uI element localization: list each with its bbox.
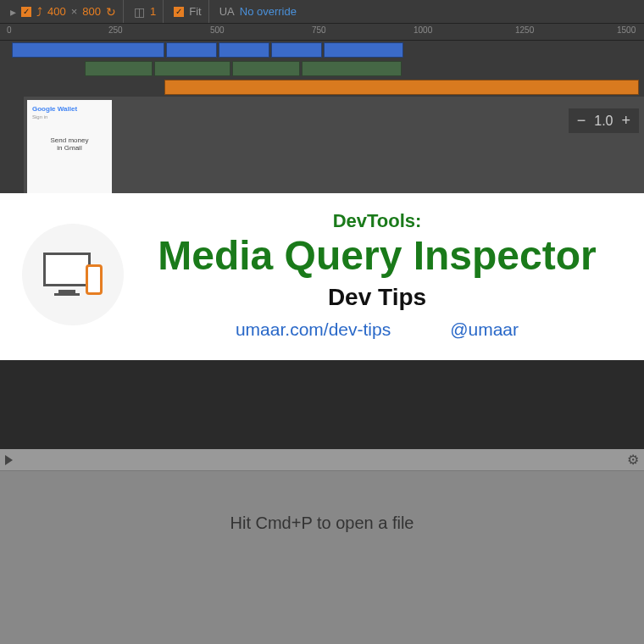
gear-icon[interactable]: ⚙ (627, 452, 639, 468)
play-icon[interactable] (5, 455, 13, 465)
zoom-out-button[interactable]: − (577, 112, 586, 130)
ruler-tick: 1500 (617, 25, 636, 35)
open-file-hint: Hit Cmd+P to open a file (0, 514, 644, 533)
media-query-bar[interactable] (85, 61, 153, 76)
scale-input[interactable]: 1 (150, 5, 156, 18)
media-query-bar[interactable] (271, 42, 322, 58)
ruler-tick: 750 (312, 25, 326, 35)
horizontal-ruler: 0 250 500 750 1000 1250 1500 (0, 24, 644, 41)
media-query-bar[interactable] (219, 42, 269, 58)
ruler-tick: 500 (210, 25, 225, 35)
zoom-controls: − 1.0 + (569, 108, 639, 133)
device-toolbar: ▸ ⤴ 400 × 800 ↻ ◫ 1 Fit UA No override (0, 0, 644, 24)
fit-label: Fit (189, 5, 201, 18)
media-query-bar[interactable] (154, 61, 230, 76)
vertical-ruler (0, 97, 24, 198)
title-banner: DevTools: Media Query Inspector Dev Tips… (0, 193, 644, 360)
rotate-icon[interactable]: ⤴ (36, 5, 42, 19)
zoom-value: 1.0 (594, 114, 613, 129)
toolbar-ua-section: UA No override (213, 0, 303, 23)
device-preview[interactable]: Google Wallet Sign in Send money in Gmai… (27, 100, 112, 193)
ruler-tick: 250 (108, 25, 123, 35)
toolbar-fit-section: Fit (167, 0, 208, 23)
banner-subtitle: Dev Tips (158, 284, 596, 311)
fit-checkbox[interactable] (174, 7, 184, 17)
scale-icon: ◫ (134, 5, 145, 19)
preview-text: Send money (32, 136, 107, 144)
banner-title: Media Query Inspector (158, 234, 596, 279)
toolbar-scale-section: ◫ 1 (127, 0, 164, 23)
banner-link-site[interactable]: umaar.com/dev-tips (236, 319, 391, 340)
media-query-bar[interactable] (232, 61, 300, 76)
swap-icon[interactable]: ↻ (106, 5, 116, 19)
ruler-tick: 1000 (414, 25, 432, 35)
media-query-bar[interactable] (12, 42, 164, 58)
preview-logo: Google Wallet (32, 105, 107, 113)
media-lane (0, 41, 644, 59)
banner-link-twitter[interactable]: @umaar (450, 319, 519, 340)
dimension-separator: × (71, 5, 78, 18)
height-input[interactable]: 800 (82, 5, 101, 18)
emulation-checkbox[interactable] (21, 7, 31, 17)
ua-label: UA (219, 5, 235, 18)
preview-sub: Sign in (32, 114, 107, 119)
ua-select[interactable]: No override (240, 5, 297, 18)
media-query-bar[interactable] (324, 42, 403, 58)
devices-icon (43, 253, 103, 297)
ruler-tick: 0 (7, 25, 12, 35)
width-input[interactable]: 400 (47, 5, 66, 18)
zoom-in-button[interactable]: + (621, 112, 630, 130)
toolbar-device-section: ▸ ⤴ 400 × 800 ↻ (3, 0, 124, 23)
media-query-bar[interactable] (302, 61, 402, 76)
media-query-bar[interactable] (164, 80, 639, 95)
panel-header: ⚙ (0, 449, 644, 471)
media-query-lanes (0, 41, 644, 97)
media-query-bar[interactable] (166, 42, 217, 58)
device-preview-area: Google Wallet Sign in Send money in Gmai… (0, 97, 644, 198)
dock-icon[interactable]: ▸ (10, 5, 16, 19)
media-lane (0, 78, 644, 97)
media-lane (0, 59, 644, 78)
sources-panel: ⚙ Hit Cmd+P to open a file (0, 449, 644, 644)
banner-icon (22, 224, 124, 325)
ruler-tick: 1250 (515, 25, 534, 35)
banner-eyebrow: DevTools: (158, 210, 596, 232)
preview-text: in Gmail (32, 144, 107, 152)
